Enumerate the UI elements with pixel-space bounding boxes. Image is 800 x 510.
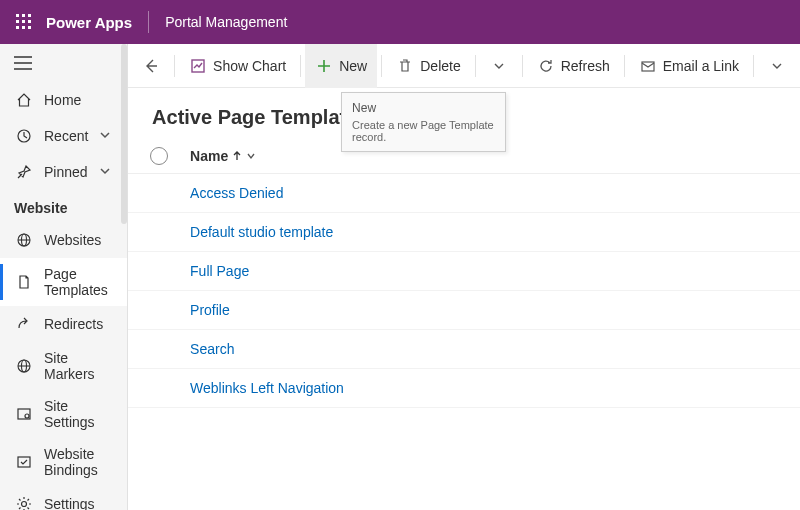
refresh-icon: [537, 57, 555, 75]
nav-site-settings[interactable]: Site Settings: [0, 390, 127, 438]
chevron-down-icon: [99, 165, 113, 179]
record-link[interactable]: Default studio template: [190, 224, 333, 240]
app-title: Portal Management: [165, 14, 287, 30]
svg-rect-3: [16, 20, 19, 23]
separator: [522, 55, 523, 77]
chevron-down-icon: [490, 57, 508, 75]
bindings-icon: [14, 452, 34, 472]
nav-section-website: Website: [0, 190, 127, 222]
cmd-label: Show Chart: [213, 58, 286, 74]
svg-rect-4: [22, 20, 25, 23]
nav-label: Website Bindings: [44, 446, 113, 478]
cmd-label: Refresh: [561, 58, 610, 74]
nav-label: Websites: [44, 232, 113, 248]
svg-point-20: [25, 414, 29, 418]
sidebar: Home Recent Pinned Website Websites Page…: [0, 44, 128, 510]
email-link-dropdown[interactable]: [758, 44, 796, 88]
svg-point-22: [22, 502, 27, 507]
separator: [381, 55, 382, 77]
record-link[interactable]: Weblinks Left Navigation: [190, 380, 344, 396]
separator: [753, 55, 754, 77]
chevron-down-icon: [246, 151, 256, 161]
nav-label: Home: [44, 92, 113, 108]
chevron-down-icon: [99, 129, 113, 143]
separator: [300, 55, 301, 77]
nav-label: Recent: [44, 128, 99, 144]
record-link[interactable]: Access Denied: [190, 185, 283, 201]
nav-label: Site Settings: [44, 398, 113, 430]
home-icon: [14, 90, 34, 110]
svg-rect-7: [22, 26, 25, 29]
top-divider: [148, 11, 149, 33]
table-row[interactable]: Access Denied: [128, 174, 800, 213]
chevron-down-icon: [768, 57, 786, 75]
nav-websites[interactable]: Websites: [0, 222, 127, 258]
trash-icon: [396, 57, 414, 75]
settings-card-icon: [14, 404, 34, 424]
main-area: Show Chart New Delete Refresh: [128, 44, 800, 510]
column-label: Name: [190, 148, 228, 164]
top-bar: Power Apps Portal Management: [0, 0, 800, 44]
separator: [624, 55, 625, 77]
table-row[interactable]: Weblinks Left Navigation: [128, 369, 800, 408]
email-icon: [639, 57, 657, 75]
nav-label: Settings: [44, 496, 113, 510]
tooltip-body: Create a new Page Template record.: [352, 119, 495, 143]
waffle-icon[interactable]: [8, 6, 40, 38]
globe-icon: [14, 356, 34, 376]
svg-rect-0: [16, 14, 19, 17]
record-link[interactable]: Profile: [190, 302, 230, 318]
brand-label: Power Apps: [46, 14, 132, 31]
redirect-icon: [14, 314, 34, 334]
table-row[interactable]: Default studio template: [128, 213, 800, 252]
page-icon: [14, 272, 34, 292]
new-tooltip: New Create a new Page Template record.: [341, 92, 506, 152]
nav-website-bindings[interactable]: Website Bindings: [0, 438, 127, 486]
svg-rect-2: [28, 14, 31, 17]
globe-icon: [14, 230, 34, 250]
table-row[interactable]: Full Page: [128, 252, 800, 291]
chart-icon: [189, 57, 207, 75]
svg-rect-21: [18, 457, 30, 467]
table-row[interactable]: Profile: [128, 291, 800, 330]
back-icon: [142, 57, 160, 75]
cmd-label: Email a Link: [663, 58, 739, 74]
nav-site-markers[interactable]: Site Markers: [0, 342, 127, 390]
separator: [475, 55, 476, 77]
nav-settings[interactable]: Settings: [0, 486, 127, 510]
table-row[interactable]: Search: [128, 330, 800, 369]
back-button[interactable]: [132, 44, 170, 88]
nav-recent[interactable]: Recent: [0, 118, 127, 154]
nav-label: Site Markers: [44, 350, 113, 382]
cmd-label: Delete: [420, 58, 460, 74]
clock-icon: [14, 126, 34, 146]
record-link[interactable]: Full Page: [190, 263, 249, 279]
nav-pinned[interactable]: Pinned: [0, 154, 127, 190]
refresh-button[interactable]: Refresh: [527, 44, 620, 88]
column-header-name[interactable]: Name: [190, 148, 256, 164]
nav-label: Redirects: [44, 316, 113, 332]
tooltip-title: New: [352, 101, 495, 115]
nav-page-templates[interactable]: Page Templates: [0, 258, 127, 306]
grid-rows: Access DeniedDefault studio templateFull…: [128, 174, 800, 408]
delete-button[interactable]: Delete: [386, 44, 470, 88]
command-bar: Show Chart New Delete Refresh: [128, 44, 800, 88]
separator: [174, 55, 175, 77]
email-link-button[interactable]: Email a Link: [629, 44, 749, 88]
svg-rect-1: [22, 14, 25, 17]
nav-home[interactable]: Home: [0, 82, 127, 118]
nav-label: Page Templates: [44, 266, 113, 298]
cmd-label: New: [339, 58, 367, 74]
record-link[interactable]: Search: [190, 341, 234, 357]
nav-redirects[interactable]: Redirects: [0, 306, 127, 342]
svg-rect-5: [28, 20, 31, 23]
nav-label: Pinned: [44, 164, 99, 180]
svg-rect-6: [16, 26, 19, 29]
plus-icon: [315, 57, 333, 75]
hamburger-button[interactable]: [0, 44, 127, 82]
show-chart-button[interactable]: Show Chart: [179, 44, 296, 88]
delete-dropdown[interactable]: [480, 44, 518, 88]
new-button[interactable]: New: [305, 44, 377, 88]
select-all-checkbox[interactable]: [150, 147, 168, 165]
svg-rect-8: [28, 26, 31, 29]
